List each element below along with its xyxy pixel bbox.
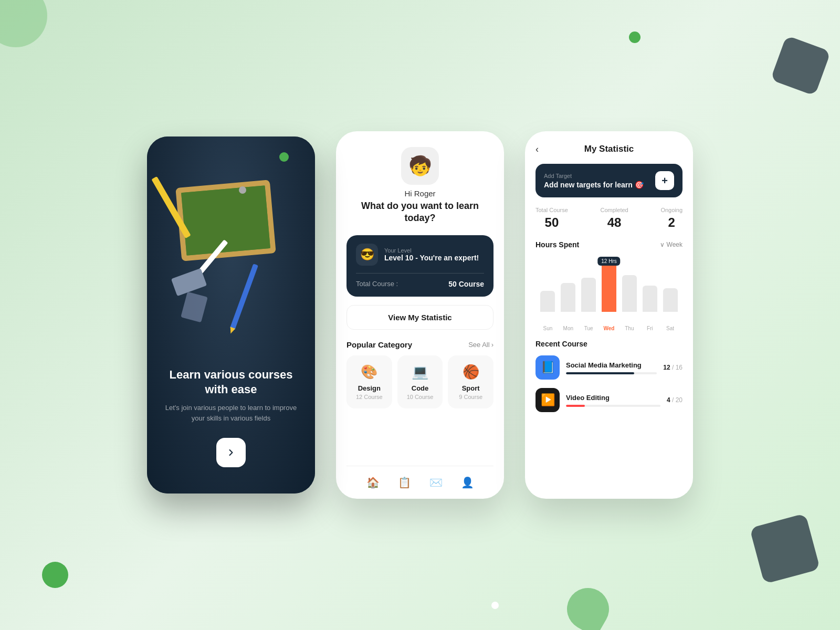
bg-dot-tr [629, 32, 640, 43]
recent-course-title: Recent Course [536, 340, 682, 348]
bg-shape-bl [559, 580, 616, 630]
question-text: What do you want to learn today? [346, 200, 494, 225]
stat-label: Completed [600, 207, 628, 213]
bottom-navigation: 🏠📋✉️👤 [346, 466, 494, 499]
chart-title: Hours Spent [536, 240, 579, 249]
bar-tooltip: 12 Hrs [597, 257, 620, 266]
add-target-label: Add Target [544, 173, 644, 179]
avatar: 🧒 [401, 147, 439, 185]
bg-dot-bl [42, 562, 68, 588]
category-count: 10 Course [403, 394, 438, 400]
days-row: SunMonTueWedThuFriSat [536, 326, 682, 331]
bar-wrapper [622, 275, 637, 312]
add-target-button[interactable]: + [655, 171, 674, 190]
day-label-fri: Fri [639, 326, 660, 331]
bar-wrapper [581, 278, 596, 312]
day-label-sun: Sun [538, 326, 558, 331]
bg-dot-br [491, 602, 499, 609]
day-label-thu: Thu [619, 326, 639, 331]
stat-value: 2 [660, 215, 682, 230]
total-course-row: Total Course : 50 Course [356, 280, 484, 288]
course-progress-fill [566, 372, 634, 374]
total-course-value: 50 Course [448, 280, 484, 288]
bars-container: 12 Hrs [536, 254, 682, 312]
stat-item-total-course: Total Course 50 [536, 207, 568, 230]
bar-wrapper [561, 283, 575, 312]
bar-item-fri [639, 286, 660, 312]
category-icon: 🎨 [352, 364, 387, 380]
course-info: Video Editing [566, 394, 660, 407]
category-name: Sport [453, 384, 488, 392]
bar [663, 288, 678, 312]
course-item[interactable]: 📘 Social Media Marketing 12 / 16 [536, 355, 682, 380]
avatar-emoji: 🧒 [408, 155, 432, 177]
bg-decoration-tl [0, 0, 47, 47]
course-count: 12 / 16 [663, 364, 682, 371]
day-label-tue: Tue [579, 326, 599, 331]
back-button[interactable]: ‹ [536, 144, 539, 155]
category-card-design[interactable]: 🎨 Design 12 Course [346, 355, 392, 408]
bar-wrapper [643, 286, 657, 312]
pencil-icon [230, 264, 258, 330]
chart-header: Hours Spent ∨ Week [536, 240, 682, 249]
category-icon: 💻 [403, 364, 438, 380]
popular-category-title: Popular Category [346, 340, 412, 349]
course-progress-bar [566, 372, 657, 374]
nav-icon-messages[interactable]: ✉️ [428, 475, 444, 490]
phone-dark-content: Learn various courses with ease Let's jo… [147, 368, 315, 467]
phone-intro: Learn various courses with ease Let's jo… [147, 136, 315, 494]
week-selector[interactable]: ∨ Week [660, 241, 682, 248]
target-info: Add Target Add new targets for learn 🎯 [544, 173, 644, 189]
bar [622, 275, 637, 312]
bg-cube-br [750, 513, 821, 584]
nav-icon-home[interactable]: 🏠 [365, 475, 381, 490]
see-all-button[interactable]: See All › [468, 341, 494, 349]
stats-title: My Statistic [584, 144, 634, 154]
bar-item-mon [558, 283, 579, 312]
phone-statistics: ‹ My Statistic Add Target Add new target… [525, 131, 693, 499]
nav-icon-profile[interactable]: 👤 [459, 475, 475, 490]
avatar-container: 🧒 [346, 147, 494, 185]
intro-title: Learn various courses with ease [163, 368, 299, 397]
bar-item-thu [619, 275, 639, 312]
level-header: 😎 Your Level Level 10 - You're an expert… [356, 244, 484, 266]
bar-wrapper [540, 291, 555, 312]
day-label-sat: Sat [660, 326, 680, 331]
paper-shape-icon [181, 292, 208, 323]
bar [561, 283, 575, 312]
level-divider [356, 273, 484, 274]
nav-icon-courses[interactable]: 📋 [396, 475, 412, 490]
course-icon: 📘 [536, 355, 560, 380]
day-label-mon: Mon [558, 326, 579, 331]
bar [643, 286, 657, 312]
category-card-code[interactable]: 💻 Code 10 Course [397, 355, 443, 408]
category-list: 🎨 Design 12 Course 💻 Code 10 Course 🏀 Sp… [346, 355, 494, 408]
level-card: 😎 Your Level Level 10 - You're an expert… [346, 235, 494, 297]
intro-subtitle: Let's join various people to learn to im… [163, 403, 299, 423]
stat-item-completed: Completed 48 [600, 207, 628, 230]
bar-item-sat [660, 288, 680, 312]
bar-wrapper [663, 288, 678, 312]
level-text: Level 10 - You're an expert! [384, 254, 479, 262]
course-list: 📘 Social Media Marketing 12 / 16 ▶️ Vide… [536, 355, 682, 421]
category-name: Design [352, 384, 387, 392]
course-progress-bar [566, 405, 660, 407]
phone-dark-dot [279, 152, 289, 162]
category-name: Code [403, 384, 438, 392]
target-card: Add Target Add new targets for learn 🎯 + [536, 164, 682, 197]
course-name: Social Media Marketing [566, 361, 657, 369]
course-name: Video Editing [566, 394, 660, 402]
chalkboard-icon [175, 180, 276, 261]
course-info: Social Media Marketing [566, 361, 657, 374]
bar-item-tue [579, 278, 599, 312]
category-card-sport[interactable]: 🏀 Sport 9 Course [448, 355, 494, 408]
bar-item-sun [538, 291, 558, 312]
course-icon: ▶️ [536, 388, 560, 412]
bar-wrapper: 12 Hrs [602, 259, 616, 312]
stat-label: Total Course [536, 207, 568, 213]
view-statistic-button[interactable]: View My Statistic [346, 305, 494, 330]
next-button[interactable] [216, 438, 246, 467]
chart-area: 12 Hrs [536, 254, 682, 322]
stat-value: 48 [600, 215, 628, 230]
course-item[interactable]: ▶️ Video Editing 4 / 20 [536, 388, 682, 412]
